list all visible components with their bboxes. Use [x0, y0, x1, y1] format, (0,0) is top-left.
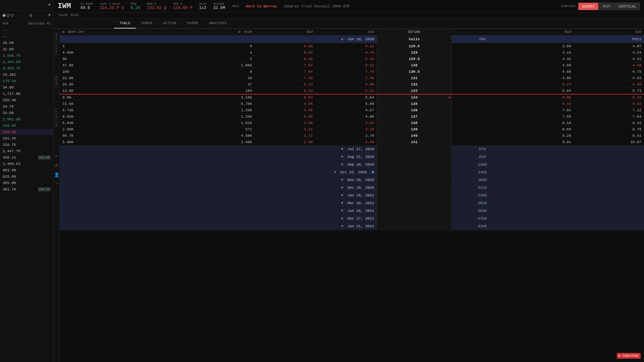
tab-pairs[interactable]: PAIRS [182, 18, 204, 28]
strike: 140 [377, 133, 451, 139]
volm: 1.46K [174, 139, 255, 145]
sidebar-row[interactable]: 169.99 [0, 123, 53, 129]
sidebar-row[interactable]: 803.99 [0, 167, 53, 174]
tab-analysis[interactable]: ANALYSIS [204, 18, 232, 28]
sidebar-row[interactable]: 2,936.75 [0, 53, 53, 59]
sidebar-row[interactable]: 31.05 [0, 46, 53, 53]
strike: 137 [377, 114, 451, 120]
expiry-row-dec21[interactable]: ▼ Dec 17, 2021 575d [60, 215, 644, 223]
volume-value: 32.6M [213, 6, 225, 10]
expiry-row-aug[interactable]: ▼ Aug 21, 2020 92d [60, 153, 644, 161]
expiry-row-jan21[interactable]: ▼ Jan 15, 2021 239d [60, 192, 644, 199]
collapse-arrow[interactable]: ▼ [48, 3, 51, 7]
iv-rank-label: IV Rank [80, 2, 93, 6]
sidebar-row[interactable]: 381.70 Jun 16 [0, 186, 53, 193]
sidebar-row[interactable]: 2,447.75 [0, 148, 53, 155]
gear-icon[interactable]: ⚙ [30, 12, 32, 18]
strike-empty [377, 161, 451, 169]
put-button[interactable]: PUT [599, 3, 614, 10]
options-row[interactable]: 3 0 9.00 9.12 128.5 3.99 4.07 [60, 43, 644, 50]
expiry-row-sep[interactable]: ▼ Sep 18, 2020 120d [60, 161, 644, 169]
user-icon[interactable]: 👤 [54, 172, 59, 178]
chart-icon[interactable]: ⊞ [55, 163, 58, 168]
sidebar-row-highlighted[interactable]: 169.00 [0, 129, 53, 135]
tab-table[interactable]: TABLE [114, 18, 136, 28]
options-row[interactable]: 26.6K 37 6.73 6.88 132 5.23 5.30 [60, 81, 644, 88]
sidebar-row[interactable]: 316.75 [0, 142, 53, 148]
days-col: 575d [451, 215, 513, 223]
options-row-atm[interactable]: 9.9K 3.18K 5.53 5.64 134 ► 6.00 6.16 [60, 94, 644, 101]
sidebar-row[interactable]: 34.00 [0, 84, 53, 91]
expiry-row-mar21[interactable]: ▼ Mar 19, 2021 302d [60, 199, 644, 207]
calls-label: Calls [377, 36, 451, 43]
vertical-button[interactable]: VERTICAL [614, 3, 640, 10]
sidebar-row[interactable]: 28.95 [0, 40, 53, 46]
sidebar-row[interactable]: 231.45 [0, 135, 53, 142]
options-row[interactable]: 22.8K 18 7.33 7.48 131 4.86 4.93 [60, 75, 644, 81]
sidebar-row[interactable]: 436.21 Jul 15 [0, 155, 53, 161]
expiry-row-jun21[interactable]: ▼ Jun 18, 2021 393d [60, 207, 644, 215]
last-x-value: 134.24 P 0 [100, 6, 124, 10]
put-ask: 10.07 [574, 139, 644, 145]
call-ask: 7.48 [316, 75, 377, 81]
sidebar-row[interactable]: 24,382 [0, 72, 53, 78]
call-bid: 4.46 [255, 107, 315, 114]
col-bid-puts: Bid [513, 29, 574, 36]
puts-empty [513, 153, 644, 161]
sidebar-row[interactable]: 155.46 [0, 97, 53, 104]
sidebar-row[interactable]: 179'26 [0, 78, 53, 84]
sidebar-row[interactable]: 33.60 [0, 110, 53, 116]
strike: 128.5 [377, 43, 451, 50]
options-row[interactable]: 5.98K 1.46K 2.38 2.49 141 9.91 10.07 [60, 139, 644, 145]
days [451, 81, 513, 88]
sidebar-label: 316.75 [3, 143, 16, 147]
help-icon[interactable]: ? [55, 182, 58, 187]
sidebar-row[interactable]: 825.00 [0, 174, 53, 180]
expiry-row-oct[interactable]: ▼ Oct 16, 2020 148d [60, 169, 644, 176]
options-row[interactable]: 2.56K 571 3.11 3.25 139 8.68 8.79 [60, 126, 644, 133]
tab-curve[interactable]: CURVE [136, 18, 158, 28]
expiry-row-jul[interactable]: ▼ Jul 17, 2020 57d [60, 145, 644, 153]
options-row[interactable]: 13.6K 184 6.13 6.21 133 5.64 5.73 [60, 88, 644, 95]
options-row[interactable]: 47.8K 1.06K 7.97 8.12 130 4.50 4.58 [60, 62, 644, 69]
options-row[interactable]: 5.73K 1.33K 4.46 4.57 136 7.01 7.12 [60, 107, 644, 114]
expiry-row-dec[interactable]: ▼ Dec 18, 2020 211d [60, 184, 644, 192]
sidebar-row[interactable]: 9,355.75 [0, 65, 53, 72]
sidebar-row[interactable]: -- [0, 34, 53, 40]
sidebar-row[interactable]: 1,727.00 [0, 91, 53, 97]
days-col: 393d [451, 207, 513, 215]
trade-mode-bar: TRADE MODE [54, 13, 644, 18]
options-row[interactable]: 5.84K 1.61K 3.50 3.62 138 8.10 8.15 [60, 120, 644, 126]
options-row[interactable]: 189 0 7.64 7.78 130.5 4.68 4.75 [60, 69, 644, 75]
expiry-row-nov[interactable]: ▼ Nov 20, 2020 183d [60, 176, 644, 184]
expiry-row[interactable]: ▲ Jun 19, 2020 Calls 29d Puts [60, 36, 644, 43]
days [451, 62, 513, 69]
short-button[interactable]: SHORT [578, 3, 598, 10]
strike-empty [377, 176, 451, 184]
sidebar-row[interactable]: -- [0, 27, 53, 34]
sidebar-label: 179'26 [3, 79, 16, 83]
options-row[interactable]: 56.7K 4.58K 2.72 2.79 140 9.28 9.41 [60, 133, 644, 139]
put-ask: 4.07 [574, 43, 644, 50]
strike: 129.5 [377, 56, 451, 62]
sidebar-row[interactable]: 305.00 [0, 180, 53, 186]
strike-empty [377, 192, 451, 199]
options-row[interactable]: 50 1 8.30 8.45 129.5 4.33 4.41 [60, 56, 644, 62]
tab-active[interactable]: ACTIVE [158, 18, 182, 28]
list-icon[interactable]: ≡ [55, 154, 58, 159]
chevron-down-icon: ▼ [341, 193, 343, 197]
expiry-row-jan22[interactable]: ▼ Jan 21, 2022 610d [60, 223, 644, 230]
subscribe-badge[interactable]: ▶ SUBSCRIBE [617, 353, 641, 359]
options-row[interactable]: 4.69K 4 8.63 8.78 129 4.16 4.24 [60, 50, 644, 56]
sidebar-row[interactable]: 34.76 [0, 104, 53, 110]
expand-icon[interactable]: ▼ [48, 13, 51, 18]
sidebar-row[interactable]: 1,406.63 [0, 161, 53, 167]
sidebar-row[interactable]: 1,344.50 [0, 59, 53, 65]
options-row[interactable]: 72.6K 5.79K 4.95 5.08 135 6.32 6.42 [60, 101, 644, 107]
chg-stat: Chg 0.24 [130, 2, 140, 10]
options-table-area[interactable]: Open Int Volm Bid Ask Strike Bid Ask [60, 29, 644, 362]
options-row[interactable]: 9.62K 1.33K 3.98 4.08 137 7.55 7.64 [60, 114, 644, 120]
sidebar-dots [3, 14, 13, 17]
sidebar-row[interactable]: 2,981.69 [0, 116, 53, 123]
bid-x-value: 133.92 Q [147, 6, 166, 10]
